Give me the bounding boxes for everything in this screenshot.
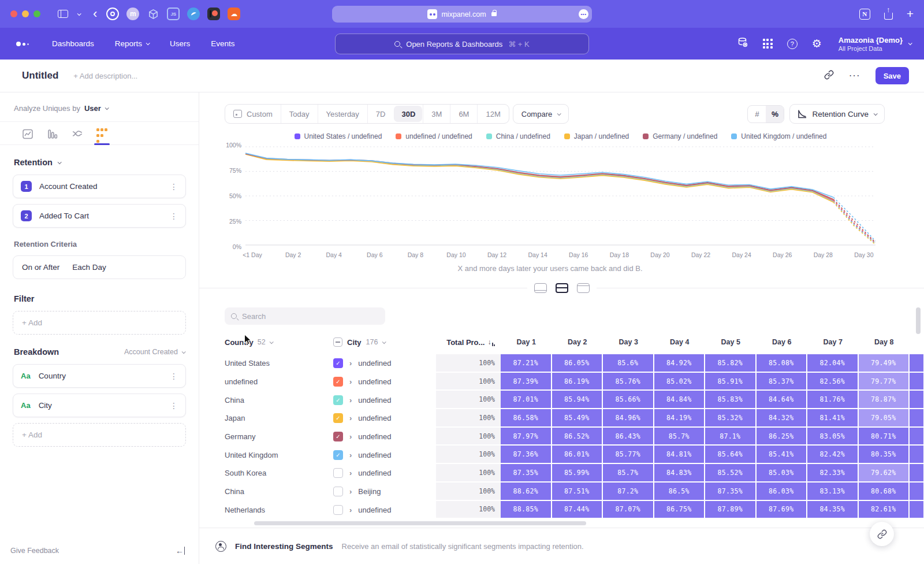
retention-cell[interactable]: 85.66% (603, 391, 654, 409)
boosts-icon[interactable]: ••• (579, 9, 588, 19)
expand-row-icon[interactable]: › (349, 414, 352, 422)
share-link-button[interactable] (870, 522, 894, 546)
share-icon[interactable] (884, 13, 893, 20)
retention-cell[interactable]: 83.13% (807, 483, 859, 501)
breakdown-card[interactable]: AaCountry⋮ (13, 364, 186, 388)
retention-cell[interactable]: 78.87% (859, 391, 910, 409)
range-yesterday[interactable]: Yesterday (318, 105, 367, 123)
retention-cell[interactable]: 80.68% (859, 483, 910, 501)
retention-cell[interactable]: 88.85% (501, 501, 552, 520)
criteria-operator[interactable]: On or After (22, 263, 59, 272)
country-column-header[interactable]: Country52 (225, 330, 333, 354)
expand-row-icon[interactable]: › (349, 506, 352, 514)
find-segments-title[interactable]: Find Interesting Segments (235, 542, 333, 551)
retention-cell[interactable]: 85.49% (552, 409, 603, 428)
retention-cell[interactable]: 86.01% (552, 446, 603, 464)
retention-cell[interactable]: 86.58% (501, 409, 552, 428)
add-filter-button[interactable]: + Add (13, 311, 186, 335)
retention-cell[interactable]: 87.97% (501, 428, 552, 446)
compare-button[interactable]: Compare (513, 104, 569, 124)
breakdown-card[interactable]: AaCity⋮ (13, 394, 186, 417)
mixpanel-logo[interactable] (16, 42, 29, 46)
retention-cell[interactable]: 85.32% (705, 409, 757, 428)
chevron-down-icon[interactable] (77, 12, 81, 16)
retention-cell[interactable]: 86.25% (757, 428, 808, 446)
legend-item[interactable]: United States / undefined (295, 132, 382, 140)
table-search-input[interactable]: Search (225, 307, 385, 325)
retention-cell[interactable]: 85.64% (705, 446, 757, 464)
minimize-window-button[interactable] (22, 10, 29, 17)
retention-cell[interactable]: 86.52% (552, 428, 603, 446)
row-checkbox[interactable]: ✓ (333, 395, 343, 405)
day-column-header[interactable]: Day 6 (757, 330, 808, 354)
retention-cell[interactable]: 84.84% (654, 391, 706, 409)
chart-only-view-button[interactable] (534, 283, 547, 293)
zoom-window-button[interactable] (33, 10, 40, 17)
retention-cell[interactable]: 85.91% (705, 373, 757, 391)
retention-cell[interactable]: 83.05% (807, 428, 859, 446)
retention-cell[interactable]: 82.33% (807, 464, 859, 483)
collapse-sidebar-icon[interactable]: ← (176, 547, 185, 555)
help-icon[interactable]: ? (787, 39, 798, 49)
retention-cell[interactable]: 87.44% (552, 501, 603, 520)
address-bar[interactable]: mixpanel.com ••• (332, 6, 592, 23)
total-column-header[interactable]: Total Pro...↓ (436, 330, 501, 354)
retention-cell[interactable]: 82.61% (859, 501, 910, 520)
nav-menu-events[interactable]: Events (211, 39, 234, 48)
retention-cell[interactable]: 85.82% (705, 354, 757, 373)
retention-cell[interactable]: 87.39% (501, 373, 552, 391)
save-button[interactable]: Save (875, 67, 909, 84)
legend-item[interactable]: United Kingdom / undefined (731, 132, 826, 140)
criteria-interval[interactable]: Each Day (72, 263, 106, 272)
legend-item[interactable]: undefined / undefined (396, 132, 472, 140)
row-checkbox[interactable] (333, 487, 343, 496)
expand-row-icon[interactable]: › (349, 487, 352, 496)
expand-row-icon[interactable]: › (349, 396, 352, 405)
row-checkbox[interactable]: ✓ (333, 413, 343, 423)
retention-cell[interactable]: 85.94% (552, 391, 603, 409)
close-window-button[interactable] (10, 10, 17, 17)
js-icon[interactable]: JS (167, 8, 180, 20)
range-12m[interactable]: 12M (477, 105, 508, 123)
range-today[interactable]: Today (281, 105, 318, 123)
retention-cell[interactable]: 86.43% (603, 428, 654, 446)
add-description[interactable]: + Add description... (73, 72, 137, 80)
breakdown-event-selector[interactable]: Account Created (124, 348, 185, 356)
retention-cell[interactable]: 85.6% (603, 354, 654, 373)
page-title[interactable]: Untitled (22, 70, 58, 81)
retention-cell[interactable]: 87.69% (757, 501, 808, 520)
retention-step-card[interactable]: 1Account Created⋮ (13, 175, 186, 198)
retention-cell[interactable]: 85.7% (654, 428, 706, 446)
retention-cell[interactable]: 87.36% (501, 446, 552, 464)
more-options-icon[interactable]: ··· (849, 70, 860, 81)
retention-cell[interactable]: 84.83% (654, 464, 706, 483)
retention-cell[interactable]: 87.35% (501, 464, 552, 483)
project-switcher[interactable]: Amazonia {Demo} All Project Data (839, 36, 911, 52)
new-tab-icon[interactable]: + (907, 7, 914, 21)
tab-retention[interactable] (90, 128, 114, 144)
retention-cell[interactable]: 85.08% (757, 354, 808, 373)
retention-cell[interactable]: 85.52% (705, 464, 757, 483)
kebab-menu-icon[interactable]: ⋮ (170, 401, 178, 410)
retention-cell[interactable]: 84.64% (757, 391, 808, 409)
retention-cell[interactable]: 85.76% (603, 373, 654, 391)
circle-m-icon[interactable]: m (126, 8, 139, 20)
nav-menu-reports[interactable]: Reports (115, 39, 149, 48)
kebab-menu-icon[interactable]: ⋮ (170, 182, 178, 191)
retention-cell[interactable]: 87.21% (501, 354, 552, 373)
retention-step-card[interactable]: 2Added To Cart⋮ (13, 204, 186, 228)
expand-row-icon[interactable]: › (349, 469, 352, 477)
expand-row-icon[interactable]: › (349, 359, 352, 368)
vertical-scrollbar[interactable] (916, 307, 921, 334)
analyze-value[interactable]: User (84, 104, 101, 113)
retention-cell[interactable]: 85.03% (757, 464, 808, 483)
retention-cell[interactable]: 80.35% (859, 446, 910, 464)
notion-icon[interactable]: N (859, 9, 870, 20)
tab-insights[interactable] (15, 128, 40, 144)
row-checkbox[interactable]: ✓ (333, 432, 343, 441)
day-column-header[interactable]: Day 2 (552, 330, 603, 354)
retention-cell[interactable]: 87.35% (705, 483, 757, 501)
retention-cell[interactable]: 85.41% (757, 446, 808, 464)
legend-item[interactable]: Germany / undefined (643, 132, 717, 140)
percentage-toggle[interactable]: % (766, 106, 784, 123)
